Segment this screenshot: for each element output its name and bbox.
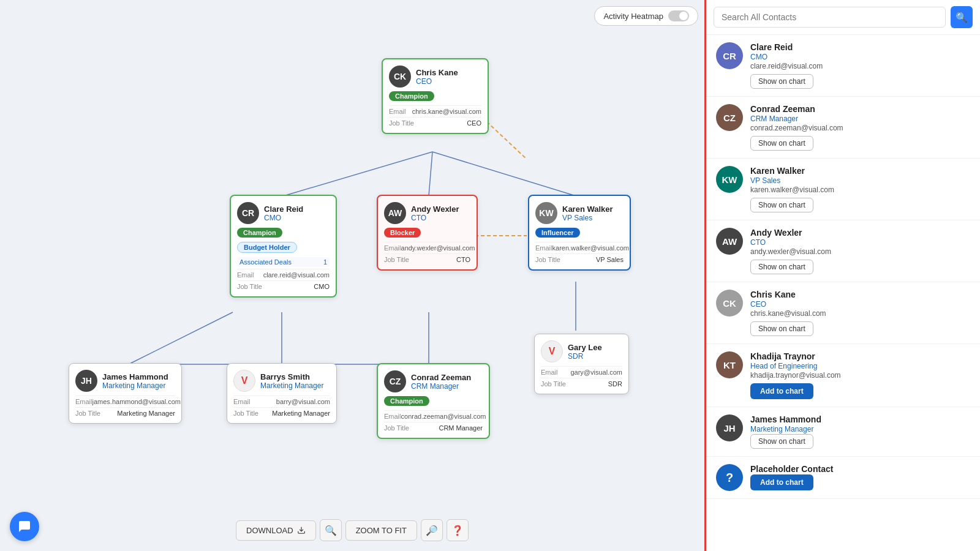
contact-name: Clare Reid: [750, 42, 970, 52]
karen-walker-job-label: Job Title: [535, 256, 560, 263]
heatmap-switch[interactable]: [668, 10, 689, 21]
andy-wexler-job-label: Job Title: [384, 256, 409, 263]
contact-email: andy.wexler@visual.com: [750, 247, 970, 256]
barrys-smith-role: Marketing Manager: [260, 381, 323, 390]
conrad-zeeman-job-value: CRM Manager: [439, 424, 483, 432]
card-karen-walker[interactable]: KW Karen Walker VP Sales Influencer Emai…: [528, 195, 631, 271]
conrad-zeeman-name: Conrad Zeeman: [411, 373, 471, 382]
james-hammond-job-value: Marketing Manager: [117, 410, 175, 417]
barrys-smith-job-label: Job Title: [233, 410, 258, 417]
contact-item: AWAndy WexlerCTOandy.wexler@visual.comSh…: [706, 220, 980, 282]
contact-info: Chris KaneCEOchris.kane@visual.comShow o…: [750, 290, 970, 336]
contact-role: CMO: [750, 53, 970, 61]
zoom-to-fit-label: ZOOM TO FIT: [356, 526, 407, 535]
clare-reid-badge2: Budget Holder: [237, 242, 297, 253]
gary-lee-email-label: Email: [541, 369, 558, 376]
contact-name: Placeholder Contact: [750, 464, 970, 474]
conrad-zeeman-role: CRM Manager: [411, 382, 471, 391]
svg-line-1: [429, 152, 432, 196]
james-hammond-job-label: Job Title: [75, 410, 100, 417]
andy-wexler-badge: Blocker: [384, 228, 421, 238]
karen-walker-badge: Influencer: [535, 228, 580, 238]
show-on-chart-button[interactable]: Show on chart: [750, 74, 813, 89]
card-james-hammond[interactable]: JH James Hammond Marketing Manager Email…: [69, 363, 182, 424]
avatar-clare-reid: CR: [237, 202, 259, 224]
heatmap-toggle[interactable]: Activity Heatmap: [594, 6, 698, 26]
show-on-chart-button[interactable]: Show on chart: [750, 198, 813, 212]
chat-button[interactable]: [10, 512, 39, 541]
contact-item: CZConrad ZeemanCRM Managerconrad.zeeman@…: [706, 97, 980, 159]
card-gary-lee[interactable]: V Gary Lee SDR Email gary@visual.com Job…: [534, 334, 629, 394]
avatar-karen-walker: KW: [535, 202, 557, 224]
contact-email: karen.walker@visual.com: [750, 186, 970, 194]
karen-walker-job-value: VP Sales: [596, 256, 624, 263]
contact-avatar: KT: [716, 351, 743, 378]
james-hammond-name: James Hammond: [102, 372, 168, 381]
clare-reid-job-label: Job Title: [237, 283, 262, 290]
contact-avatar: CK: [716, 290, 743, 317]
clare-reid-role: CMO: [264, 214, 303, 222]
clare-reid-name: Clare Reid: [264, 204, 303, 214]
chart-area: Activity Heatmap CK Chris Kane CEO: [0, 0, 704, 551]
james-hammond-email-label: Email: [75, 398, 92, 405]
contacts-sidebar: 🔍 CRClare ReidCMOclare.reid@visual.comSh…: [704, 0, 980, 551]
card-barrys-smith[interactable]: V Barrys Smith Marketing Manager Email b…: [227, 363, 337, 424]
top-bar: Activity Heatmap: [594, 6, 698, 26]
andy-wexler-email-label: Email: [384, 244, 401, 252]
card-chris-kane[interactable]: CK Chris Kane CEO Champion Email chris.k…: [382, 58, 489, 134]
contact-name: Conrad Zeeman: [750, 104, 970, 114]
contact-info: Karen WalkerVP Saleskaren.walker@visual.…: [750, 166, 970, 212]
add-to-chart-button[interactable]: Add to chart: [750, 474, 813, 490]
show-on-chart-button[interactable]: Show on chart: [750, 434, 813, 449]
show-on-chart-button[interactable]: Show on chart: [750, 136, 813, 151]
andy-wexler-job-value: CTO: [456, 256, 470, 263]
conrad-zeeman-email-value: conrad.zeeman@visual.com: [401, 413, 486, 420]
contact-email: khadija.traynor@visual.com: [750, 371, 970, 380]
gary-lee-role: SDR: [568, 352, 602, 361]
add-to-chart-button[interactable]: Add to chart: [750, 383, 813, 399]
show-on-chart-button[interactable]: Show on chart: [750, 260, 813, 274]
svg-line-5: [129, 312, 233, 364]
karen-walker-email-value: karen.walker@visual.com: [552, 244, 630, 252]
contact-info: Andy WexlerCTOandy.wexler@visual.comShow…: [750, 228, 970, 274]
card-conrad-zeeman[interactable]: CZ Conrad Zeeman CRM Manager Champion Em…: [377, 363, 490, 439]
conrad-zeeman-badge: Champion: [384, 396, 429, 406]
card-andy-wexler[interactable]: AW Andy Wexler CTO Blocker Email andy.we…: [377, 195, 478, 271]
svg-line-2: [432, 152, 576, 196]
gary-lee-name: Gary Lee: [568, 343, 602, 352]
contact-avatar: CR: [716, 42, 743, 69]
barrys-smith-email-value: barry@visual.com: [276, 398, 330, 405]
conrad-zeeman-email-label: Email: [384, 413, 401, 420]
avatar-chris-kane: CK: [389, 66, 411, 88]
contact-item: KWKaren WalkerVP Saleskaren.walker@visua…: [706, 159, 980, 220]
help-button[interactable]: ❓: [447, 519, 469, 541]
chris-kane-badge: Champion: [389, 91, 434, 101]
contact-role: CTO: [750, 238, 970, 247]
contact-info: James HammondMarketing ManagerShow on ch…: [750, 414, 970, 449]
card-clare-reid[interactable]: CR Clare Reid CMO Champion Budget Holder…: [230, 195, 337, 298]
svg-line-0: [284, 152, 432, 196]
search-input[interactable]: [714, 7, 946, 28]
download-label: DOWNLOAD: [246, 526, 293, 535]
contacts-list: CRClare ReidCMOclare.reid@visual.comShow…: [706, 35, 980, 499]
contact-item: JHJames HammondMarketing ManagerShow on …: [706, 407, 980, 457]
show-on-chart-button[interactable]: Show on chart: [750, 321, 813, 336]
connector-lines: [0, 0, 704, 551]
download-button[interactable]: DOWNLOAD: [236, 520, 316, 541]
contact-info: Conrad ZeemanCRM Managerconrad.zeeman@vi…: [750, 104, 970, 151]
search-button[interactable]: 🔍: [951, 6, 973, 28]
deals-value: 1: [323, 258, 327, 266]
avatar-barrys-smith: V: [233, 370, 255, 392]
contact-name: Khadija Traynor: [750, 351, 970, 361]
zoom-to-fit-button[interactable]: ZOOM TO FIT: [345, 520, 417, 541]
contact-email: conrad.zeeman@visual.com: [750, 124, 970, 132]
clare-reid-email-label: Email: [237, 271, 254, 279]
zoom-out-button[interactable]: 🔍: [320, 519, 342, 541]
conrad-zeeman-job-label: Job Title: [384, 424, 409, 432]
clare-reid-badge1: Champion: [237, 228, 282, 238]
chris-kane-email-value: chris.kane@visual.com: [412, 108, 481, 115]
contact-avatar: AW: [716, 228, 743, 255]
search-bar: 🔍: [706, 0, 980, 35]
andy-wexler-name: Andy Wexler: [411, 204, 459, 214]
zoom-in-button[interactable]: 🔎: [421, 519, 443, 541]
